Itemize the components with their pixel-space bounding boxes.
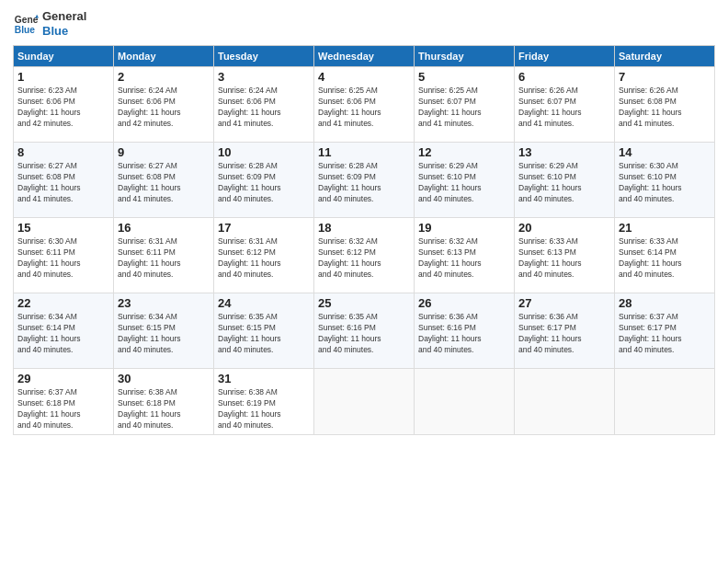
day-number: 6 — [518, 70, 610, 84]
day-number: 24 — [218, 296, 310, 310]
day-info: Sunrise: 6:24 AM Sunset: 6:06 PM Dayligh… — [218, 86, 310, 130]
day-info: Sunrise: 6:25 AM Sunset: 6:07 PM Dayligh… — [418, 86, 510, 130]
logo-icon: General Blue — [13, 11, 39, 37]
calendar-cell: 17Sunrise: 6:31 AM Sunset: 6:12 PM Dayli… — [214, 218, 314, 293]
day-info: Sunrise: 6:31 AM Sunset: 6:11 PM Dayligh… — [118, 236, 210, 281]
day-number: 11 — [318, 145, 410, 159]
day-info: Sunrise: 6:24 AM Sunset: 6:06 PM Dayligh… — [118, 86, 210, 130]
week-row-3: 15Sunrise: 6:30 AM Sunset: 6:11 PM Dayli… — [14, 218, 715, 293]
day-info: Sunrise: 6:35 AM Sunset: 6:15 PM Dayligh… — [218, 312, 310, 356]
day-number: 28 — [619, 296, 711, 310]
day-number: 26 — [418, 296, 510, 310]
day-number: 10 — [218, 145, 310, 159]
day-number: 31 — [218, 372, 310, 385]
calendar-cell: 27Sunrise: 6:36 AM Sunset: 6:17 PM Dayli… — [515, 293, 615, 369]
calendar-cell — [314, 369, 415, 435]
calendar-cell: 30Sunrise: 6:38 AM Sunset: 6:18 PM Dayli… — [114, 369, 214, 435]
calendar-cell: 14Sunrise: 6:30 AM Sunset: 6:10 PM Dayli… — [615, 143, 715, 218]
day-number: 16 — [118, 221, 210, 235]
calendar-cell: 12Sunrise: 6:29 AM Sunset: 6:10 PM Dayli… — [415, 143, 515, 218]
calendar-cell — [515, 369, 615, 435]
calendar-cell: 10Sunrise: 6:28 AM Sunset: 6:09 PM Dayli… — [214, 143, 314, 218]
day-info: Sunrise: 6:27 AM Sunset: 6:08 PM Dayligh… — [17, 161, 109, 205]
week-row-5: 29Sunrise: 6:37 AM Sunset: 6:18 PM Dayli… — [14, 369, 715, 435]
col-header-tuesday: Tuesday — [214, 46, 314, 67]
calendar-cell: 6Sunrise: 6:26 AM Sunset: 6:07 PM Daylig… — [515, 67, 615, 143]
calendar-cell: 1Sunrise: 6:23 AM Sunset: 6:06 PM Daylig… — [14, 67, 114, 143]
day-number: 15 — [17, 221, 109, 235]
day-number: 3 — [218, 70, 310, 84]
day-number: 4 — [318, 70, 410, 84]
header: General Blue General Blue — [13, 9, 715, 38]
day-info: Sunrise: 6:37 AM Sunset: 6:17 PM Dayligh… — [619, 312, 711, 356]
day-number: 30 — [118, 372, 210, 385]
calendar-cell: 8Sunrise: 6:27 AM Sunset: 6:08 PM Daylig… — [14, 143, 114, 218]
calendar-cell: 20Sunrise: 6:33 AM Sunset: 6:13 PM Dayli… — [515, 218, 615, 293]
col-header-friday: Friday — [515, 46, 615, 67]
day-info: Sunrise: 6:36 AM Sunset: 6:17 PM Dayligh… — [518, 312, 610, 356]
calendar-cell: 3Sunrise: 6:24 AM Sunset: 6:06 PM Daylig… — [214, 67, 314, 143]
day-info: Sunrise: 6:30 AM Sunset: 6:11 PM Dayligh… — [17, 236, 109, 281]
day-number: 9 — [118, 145, 210, 159]
calendar-cell: 21Sunrise: 6:33 AM Sunset: 6:14 PM Dayli… — [615, 218, 715, 293]
day-number: 20 — [518, 221, 610, 235]
col-header-wednesday: Wednesday — [314, 46, 415, 67]
day-info: Sunrise: 6:35 AM Sunset: 6:16 PM Dayligh… — [318, 312, 410, 356]
day-number: 27 — [518, 296, 610, 310]
calendar-cell — [415, 369, 515, 435]
day-number: 2 — [118, 70, 210, 84]
calendar-cell: 16Sunrise: 6:31 AM Sunset: 6:11 PM Dayli… — [114, 218, 214, 293]
calendar-cell: 28Sunrise: 6:37 AM Sunset: 6:17 PM Dayli… — [615, 293, 715, 369]
week-row-4: 22Sunrise: 6:34 AM Sunset: 6:14 PM Dayli… — [14, 293, 715, 369]
day-info: Sunrise: 6:31 AM Sunset: 6:12 PM Dayligh… — [218, 236, 310, 281]
day-info: Sunrise: 6:36 AM Sunset: 6:16 PM Dayligh… — [418, 312, 510, 356]
week-row-2: 8Sunrise: 6:27 AM Sunset: 6:08 PM Daylig… — [14, 143, 715, 218]
day-info: Sunrise: 6:29 AM Sunset: 6:10 PM Dayligh… — [518, 161, 610, 205]
day-info: Sunrise: 6:28 AM Sunset: 6:09 PM Dayligh… — [218, 161, 310, 205]
calendar-cell: 23Sunrise: 6:34 AM Sunset: 6:15 PM Dayli… — [114, 293, 214, 369]
day-info: Sunrise: 6:32 AM Sunset: 6:12 PM Dayligh… — [318, 236, 410, 281]
day-info: Sunrise: 6:37 AM Sunset: 6:18 PM Dayligh… — [17, 387, 109, 431]
calendar-cell: 24Sunrise: 6:35 AM Sunset: 6:15 PM Dayli… — [214, 293, 314, 369]
day-number: 5 — [418, 70, 510, 84]
col-header-monday: Monday — [114, 46, 214, 67]
day-info: Sunrise: 6:25 AM Sunset: 6:06 PM Dayligh… — [318, 86, 410, 130]
calendar-cell: 11Sunrise: 6:28 AM Sunset: 6:09 PM Dayli… — [314, 143, 415, 218]
day-number: 19 — [418, 221, 510, 235]
calendar-cell: 18Sunrise: 6:32 AM Sunset: 6:12 PM Dayli… — [314, 218, 415, 293]
calendar-table: SundayMondayTuesdayWednesdayThursdayFrid… — [13, 45, 715, 435]
page-container: General Blue General Blue SundayMondayTu… — [0, 0, 728, 563]
day-info: Sunrise: 6:26 AM Sunset: 6:08 PM Dayligh… — [619, 86, 711, 130]
calendar-cell — [615, 369, 715, 435]
calendar-cell: 7Sunrise: 6:26 AM Sunset: 6:08 PM Daylig… — [615, 67, 715, 143]
day-number: 12 — [418, 145, 510, 159]
day-info: Sunrise: 6:32 AM Sunset: 6:13 PM Dayligh… — [418, 236, 510, 281]
calendar-cell: 2Sunrise: 6:24 AM Sunset: 6:06 PM Daylig… — [114, 67, 214, 143]
day-info: Sunrise: 6:29 AM Sunset: 6:10 PM Dayligh… — [418, 161, 510, 205]
calendar-cell: 9Sunrise: 6:27 AM Sunset: 6:08 PM Daylig… — [114, 143, 214, 218]
col-header-sunday: Sunday — [14, 46, 114, 67]
calendar-cell: 15Sunrise: 6:30 AM Sunset: 6:11 PM Dayli… — [14, 218, 114, 293]
day-number: 13 — [518, 145, 610, 159]
day-number: 7 — [619, 70, 711, 84]
day-info: Sunrise: 6:23 AM Sunset: 6:06 PM Dayligh… — [17, 86, 109, 130]
svg-text:General: General — [15, 15, 39, 25]
col-header-saturday: Saturday — [615, 46, 715, 67]
day-number: 22 — [17, 296, 109, 310]
calendar-cell: 4Sunrise: 6:25 AM Sunset: 6:06 PM Daylig… — [314, 67, 415, 143]
day-info: Sunrise: 6:38 AM Sunset: 6:19 PM Dayligh… — [218, 387, 310, 431]
calendar-cell: 25Sunrise: 6:35 AM Sunset: 6:16 PM Dayli… — [314, 293, 415, 369]
logo-blue: Blue — [42, 24, 86, 39]
day-info: Sunrise: 6:34 AM Sunset: 6:14 PM Dayligh… — [17, 312, 109, 356]
col-header-thursday: Thursday — [415, 46, 515, 67]
day-number: 17 — [218, 221, 310, 235]
calendar-header-row: SundayMondayTuesdayWednesdayThursdayFrid… — [14, 46, 715, 67]
day-info: Sunrise: 6:34 AM Sunset: 6:15 PM Dayligh… — [118, 312, 210, 356]
day-number: 18 — [318, 221, 410, 235]
day-number: 23 — [118, 296, 210, 310]
calendar-cell: 29Sunrise: 6:37 AM Sunset: 6:18 PM Dayli… — [14, 369, 114, 435]
day-number: 14 — [619, 145, 711, 159]
day-number: 21 — [619, 221, 711, 235]
day-info: Sunrise: 6:33 AM Sunset: 6:13 PM Dayligh… — [518, 236, 610, 281]
logo: General Blue General Blue — [13, 9, 86, 38]
